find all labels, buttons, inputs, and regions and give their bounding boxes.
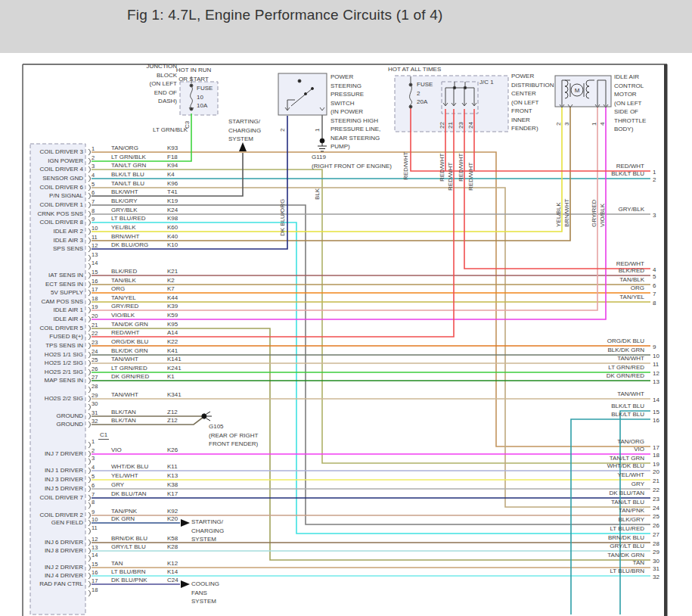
circuit-code-label: K92 — [167, 508, 178, 515]
pcm-c2-pin-label: TPS SENS IN — [32, 342, 83, 349]
wire-color-label: GRY — [111, 481, 124, 488]
pcm-c2-pin-bracket — [88, 246, 90, 252]
pcm-c2-pin-number: 26 — [92, 366, 98, 372]
pcm-c1-pin-number: 6 — [92, 482, 95, 489]
pcm-c2-pin-number: 13 — [92, 251, 98, 258]
right-wire-color-label: TAN/YEL — [554, 294, 644, 300]
circuit-code-label: K20 — [167, 515, 178, 522]
pcm-c2-pin-number: 28 — [92, 383, 98, 390]
pcm-c2-pin-bracket — [88, 422, 90, 428]
ground-g119-symbol — [318, 138, 327, 151]
pcm-c1-pin-number: 5 — [92, 473, 95, 480]
right-wire-number: 9 — [653, 344, 656, 350]
wire-color-label: BLK/TAN — [111, 409, 136, 415]
wire-color-label: ORG — [111, 285, 125, 292]
junction-block-label: JUNCTION BLOCK (ON LEFT END OF DASH) — [133, 62, 177, 106]
wire-color-label: TAN/PNK — [111, 508, 137, 515]
pcm-c1-pin-bracket — [88, 459, 90, 465]
circuit-code-label: T41 — [167, 188, 178, 195]
pcm-c2-pin-label: HO2S 2/1 SIG — [32, 369, 83, 375]
pcm-c2-pin-label: COIL DRIVER 4 — [32, 166, 83, 173]
pcm-c2-pin-bracket — [88, 343, 90, 349]
pcm-c2-pin-bracket — [88, 211, 90, 217]
right-wire-color-label: BLK/LT BLU — [554, 403, 644, 409]
wire-color-label: GRY/BLK — [111, 207, 138, 213]
pcm-c1-pin-bracket — [88, 573, 90, 579]
circuit-code-label: K98 — [167, 215, 178, 222]
pcm-c2-pin-label: COIL DRIVER 5 — [32, 325, 83, 331]
pcm-c1-pin-number: 3 — [92, 455, 95, 462]
right-wire-number: 5 — [653, 273, 656, 280]
pcm-c1-pin-number: 1 — [92, 438, 95, 445]
vertical-wire-label: 1 — [314, 129, 321, 132]
pcm-c2-pin-number: 23 — [92, 339, 98, 346]
circuit-code-label: K10 — [167, 241, 178, 248]
right-wire-color-label: TAN/DK GRN — [554, 552, 644, 558]
pcm-c1-pin-bracket — [88, 486, 90, 492]
pcm-c2-pin-number: 29 — [92, 392, 98, 399]
pcm-c1-pin-label: INJ 7 DRIVER — [32, 450, 83, 457]
pcm-c2-pin-number: 12 — [92, 242, 98, 249]
wire-color-label: TAN/DK GRN — [111, 321, 148, 328]
pcm-c1-pin-label: INJ 5 DRIVER — [32, 485, 83, 492]
cooling-fans-label: COOLING FANS SYSTEM — [191, 580, 219, 606]
pcm-c1-pin-number: 12 — [92, 536, 98, 543]
pcm-c2-pin-bracket — [88, 413, 90, 419]
pcm-c2-pin-number: 9 — [92, 216, 95, 222]
wire-color-label: DK GRN — [111, 515, 135, 522]
pcm-c1-pin-bracket — [88, 555, 90, 562]
pcm-c1-pin-number: 11 — [92, 524, 98, 531]
right-wire-number: 6 — [653, 282, 656, 289]
right-wire-color-label: GRY — [554, 481, 644, 487]
ps-switch-box — [278, 73, 327, 115]
circuit-code-label: K26 — [167, 446, 178, 453]
vertical-wire-label: 4 — [599, 123, 606, 126]
wire-color-label: TAN/LT GRN — [111, 162, 146, 169]
pcm-c2-pin-bracket — [88, 193, 90, 199]
right-wire-color-label: GRY/LT BLU — [554, 543, 644, 549]
right-wire-color-label: BLK/LT BLU — [554, 411, 644, 418]
wire-color-label: TAN — [111, 560, 123, 567]
vertical-wire-label: C3 — [184, 121, 191, 129]
vertical-wire-label: 2 — [279, 129, 286, 132]
right-wire-number: 28 — [653, 540, 659, 547]
pcm-c1-pin-bracket — [88, 565, 90, 571]
pcm-c2-pin-number: 7 — [92, 198, 95, 205]
right-wire-number: 26 — [653, 522, 659, 529]
vertical-wire-label: VIO/BLK — [599, 204, 606, 227]
wire-color-label: LT GRN/RED — [111, 365, 147, 372]
right-wire-color-label: TAN/ORG — [554, 438, 644, 445]
right-wire-color-label: BLK/LT BLU — [554, 170, 644, 177]
vertical-wire-label: DK BLU/ORG — [279, 199, 286, 236]
circuit-code-label: K19 — [167, 198, 178, 204]
pcm-c2-pin-bracket — [88, 238, 90, 244]
pcm-c2-pin-label: COIL DRIVER 8 — [32, 219, 83, 226]
right-wire-color-label: BLK/RED — [554, 267, 644, 274]
right-wire-number: 18 — [653, 452, 659, 459]
right-wire-color-label: DK GRN/RED — [554, 372, 644, 379]
circuit-code-label: K1 — [167, 373, 175, 380]
pcm-c2-pin-bracket — [88, 185, 90, 191]
circuit-code-label: K59 — [167, 312, 178, 319]
right-wire-number: 24 — [653, 505, 659, 512]
pcm-c2-pin-number: 3 — [92, 163, 95, 170]
pcm-c2-pin-label: IGN POWER — [32, 157, 83, 164]
pcm-c2-pin-label: SENSOR GND — [32, 175, 83, 182]
right-wire-number: 29 — [653, 549, 659, 555]
right-wire-number: 4 — [653, 266, 656, 273]
right-wire-number: 3 — [653, 212, 656, 219]
pcm-c2-pin-label: COIL DRIVER 3 — [32, 148, 83, 155]
wire-color-label: VIO/BLK — [111, 312, 135, 319]
circuit-code-label: K21 — [167, 268, 178, 275]
pcm-c1-pin-number: 13 — [92, 544, 98, 551]
vertical-wire-label: RED/WHT — [458, 154, 464, 182]
pcm-c2-pin-bracket — [88, 272, 90, 278]
right-wire-color-label: TAN/LT BLU — [554, 499, 644, 506]
vertical-wire-label: YEL/BLK — [555, 203, 562, 227]
pcm-c2-pin-bracket — [88, 307, 90, 313]
pcm-c2-pin-bracket — [88, 229, 90, 235]
circuit-code-label: Z12 — [167, 409, 178, 415]
wire-color-label: GRY/LT BLU — [111, 543, 146, 550]
vertical-wire-label: RED/WHT — [402, 152, 409, 180]
circuit-code-label: K17 — [167, 490, 178, 497]
